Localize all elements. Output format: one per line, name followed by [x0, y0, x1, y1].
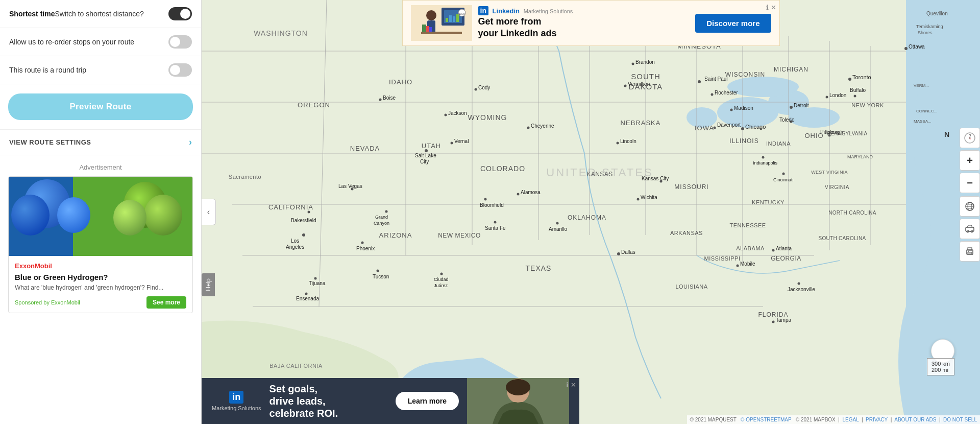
svg-text:OKLAHOMA: OKLAHOMA: [568, 214, 606, 221]
svg-point-149: [782, 173, 785, 175]
advertisement-section: Advertisement ▶ ExxonMobil Blue or G: [0, 155, 201, 321]
svg-point-122: [737, 265, 739, 267]
svg-text:Atlanta: Atlanta: [776, 246, 792, 251]
svg-text:MICHIGAN: MICHIGAN: [774, 66, 808, 73]
zoom-in-button[interactable]: +: [960, 150, 980, 171]
ad-body: ExxonMobil Blue or Green Hydrogen? What …: [9, 256, 192, 313]
reorder-stops-label: Allow us to re-order stops on your route: [9, 38, 134, 46]
privacy-link[interactable]: PRIVACY: [866, 417, 888, 422]
svg-text:Vermillion: Vermillion: [628, 81, 650, 87]
svg-text:Jackson: Jackson: [448, 110, 467, 116]
map-controls-right: N + −: [960, 128, 980, 263]
svg-text:Cody: Cody: [478, 85, 490, 90]
svg-text:Juárez: Juárez: [434, 283, 448, 288]
help-tab[interactable]: Help: [202, 273, 215, 296]
map-svg: SOUTH DAKOTA MINNESOTA WISCONSIN MICHIGA…: [202, 0, 980, 424]
exxonmobil-logo: ExxonMobil: [15, 262, 186, 270]
svg-text:CALIFORNIA: CALIFORNIA: [268, 203, 313, 211]
bottom-ad-portrait: [467, 378, 569, 424]
print-button[interactable]: [960, 241, 980, 262]
scale-mi: 200 mi: [932, 367, 950, 373]
svg-text:ALABAMA: ALABAMA: [736, 245, 765, 251]
svg-text:Chicago: Chicago: [745, 124, 766, 130]
svg-point-118: [617, 252, 620, 255]
svg-rect-176: [426, 26, 429, 32]
svg-point-141: [451, 142, 453, 145]
svg-text:IDAHO: IDAHO: [389, 78, 412, 86]
svg-point-147: [762, 156, 765, 159]
shortest-time-toggle[interactable]: [168, 7, 192, 20]
svg-text:GEORGIA: GEORGIA: [771, 255, 801, 262]
reorder-stops-toggle[interactable]: [168, 35, 192, 49]
legal-link[interactable]: LEGAL: [843, 417, 859, 422]
ad-see-more-button[interactable]: See more: [146, 296, 186, 309]
svg-text:Alamosa: Alamosa: [521, 190, 541, 195]
svg-text:MISSISSIPPI: MISSISSIPPI: [704, 255, 741, 262]
svg-text:Amarillo: Amarillo: [549, 226, 568, 232]
svg-text:Toronto: Toronto: [852, 74, 871, 80]
top-ad-close-button[interactable]: ℹ ✕: [766, 4, 776, 11]
svg-point-137: [624, 85, 627, 87]
svg-text:Tucson: Tucson: [373, 274, 389, 279]
svg-text:VIRGINIA: VIRGINIA: [825, 184, 849, 190]
svg-point-4: [789, 107, 840, 128]
top-ad-discover-button[interactable]: Discover more: [695, 14, 771, 33]
svg-text:Quevillon: Quevillon: [926, 11, 948, 16]
svg-text:N: N: [969, 133, 971, 136]
globe-button[interactable]: [960, 196, 980, 217]
svg-text:MARYLAND: MARYLAND: [847, 154, 873, 159]
svg-rect-168: [446, 18, 448, 22]
svg-rect-170: [453, 16, 455, 22]
svg-text:Grand: Grand: [375, 215, 388, 220]
svg-text:ARIZONA: ARIZONA: [379, 231, 412, 239]
balloon-green-3: [113, 200, 146, 235]
bottom-ad-close-button[interactable]: ℹ ✕: [566, 381, 576, 389]
svg-text:COLORADO: COLORADO: [480, 164, 525, 173]
svg-text:TEXAS: TEXAS: [526, 264, 552, 272]
svg-text:Mobile: Mobile: [740, 261, 755, 267]
ad-card-exxonmobil: ▶ ExxonMobil Blue or Green Hydrogen? Wha: [8, 176, 193, 313]
svg-text:KENTUCKY: KENTUCKY: [752, 199, 785, 205]
svg-text:Toledo: Toledo: [779, 117, 795, 123]
car-button[interactable]: [960, 219, 980, 239]
svg-text:Pittsburgh: Pittsburgh: [820, 129, 843, 135]
info-icon-bottom: ℹ: [566, 381, 569, 389]
svg-rect-177: [429, 27, 432, 32]
svg-text:NEBRASKA: NEBRASKA: [621, 119, 661, 127]
map-collapse-arrow[interactable]: ‹: [202, 199, 216, 225]
top-ad-text: in Linkedin Marketing Solutions Get more…: [478, 7, 690, 40]
svg-point-98: [308, 211, 310, 214]
svg-point-110: [494, 221, 497, 224]
svg-text:Rochester: Rochester: [715, 90, 738, 96]
svg-text:Las Vegas: Las Vegas: [338, 183, 362, 189]
svg-text:Santa Fe: Santa Fe: [485, 225, 506, 231]
map-area: SOUTH DAKOTA MINNESOTA WISCONSIN MICHIGA…: [202, 0, 980, 424]
svg-text:Brandon: Brandon: [635, 59, 655, 65]
svg-point-81: [637, 198, 640, 201]
openstreetmap-link[interactable]: © OPENSTREETMAP: [741, 417, 791, 422]
svg-text:NORTH CAROLINA: NORTH CAROLINA: [828, 210, 876, 216]
round-trip-toggle[interactable]: [168, 63, 192, 77]
svg-point-198: [968, 251, 969, 252]
bottom-ad-learn-button[interactable]: Learn more: [396, 392, 459, 410]
ad-footer: Sponsored by ExxonMobil See more: [15, 296, 186, 309]
balloon-blue-2: [11, 195, 50, 235]
svg-point-69: [741, 127, 744, 130]
svg-rect-171: [456, 14, 459, 22]
zoom-out-button[interactable]: −: [960, 173, 980, 193]
about-ads-link[interactable]: ABOUT OUR ADS: [894, 417, 936, 422]
do-not-sell-link[interactable]: DO NOT SELL: [943, 417, 977, 422]
view-route-settings-row[interactable]: VIEW ROUTE SETTINGS ›: [0, 129, 201, 155]
svg-text:MASSA...: MASSA...: [914, 119, 932, 124]
map-copyright: © 2021 MAPQUEST © OPENSTREETMAP © 2021 M…: [687, 415, 980, 424]
svg-text:Lincoln: Lincoln: [620, 138, 636, 144]
svg-text:INDIANA: INDIANA: [766, 140, 791, 147]
top-ad-headline: Get more fromyour LinkedIn ads: [478, 16, 690, 40]
compass-control[interactable]: N: [960, 128, 980, 148]
preview-route-button[interactable]: Preview Route: [8, 93, 193, 120]
ad-headline: Blue or Green Hydrogen?: [15, 273, 186, 281]
balloon-blue-3: [57, 197, 90, 233]
map-background: SOUTH DAKOTA MINNESOTA WISCONSIN MICHIGA…: [202, 0, 980, 424]
svg-point-172: [426, 10, 436, 20]
svg-text:Shores: Shores: [918, 30, 933, 35]
